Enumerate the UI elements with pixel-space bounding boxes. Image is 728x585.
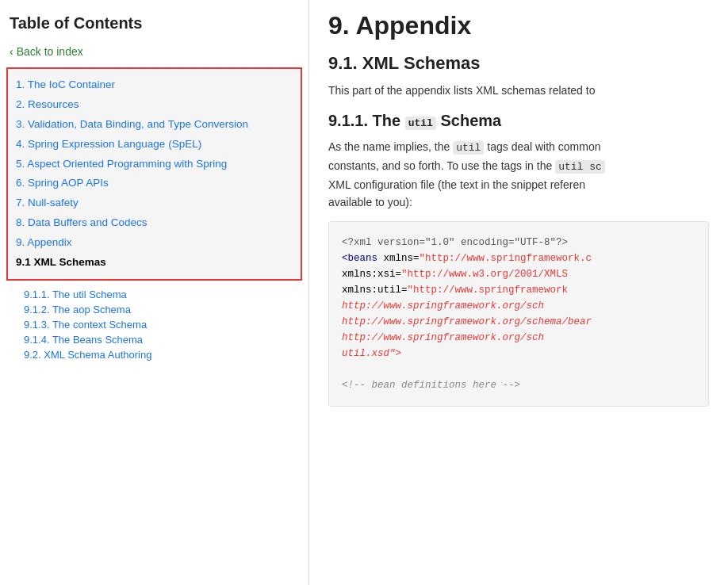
toc-item-9-1[interactable]: 9.1 XML Schemas <box>14 253 297 273</box>
code-line-10: <!-- bean definitions here --> <box>342 377 695 393</box>
section-9-1-text: This part of the appendix lists XML sche… <box>328 82 709 99</box>
toc-item-9-1-2[interactable]: 9.1.2. The aop Schema <box>22 302 308 317</box>
toc-item-1[interactable]: 1. The IoC Container <box>14 75 297 95</box>
toc-item-2[interactable]: 2. Resources <box>14 95 297 115</box>
toc-item-9-1-3[interactable]: 9.1.3. The context Schema <box>22 317 308 332</box>
toc-title: Table of Contents <box>0 8 308 42</box>
chevron-left-icon: ‹ <box>10 45 13 58</box>
code-line-3: xmlns:xsi="http://www.w3.org/2001/XMLS <box>342 266 695 282</box>
code-line-7: http://www.springframework.org/sch <box>342 330 695 346</box>
toc-box: 1. The IoC Container 2. Resources 3. Val… <box>6 67 302 281</box>
back-to-index-label: Back to index <box>17 45 83 58</box>
toc-item-9-1-4[interactable]: 9.1.4. The Beans Schema <box>22 332 308 347</box>
toc-item-3[interactable]: 3. Validation, Data Binding, and Type Co… <box>14 115 297 135</box>
toc-item-9[interactable]: 9. Appendix <box>14 233 297 253</box>
url-line-8: util.xsd"> <box>342 348 401 359</box>
toc-item-7[interactable]: 7. Null-safety <box>14 193 297 213</box>
beans-tag: <beans <box>342 253 377 264</box>
util-code-inline: util <box>405 117 436 130</box>
bean-comment: <!-- bean definitions here --> <box>342 380 520 391</box>
xml-decl: <?xml version="1.0" encoding="UTF-8"?> <box>342 237 568 248</box>
code-line-4: xmlns:util="http://www.springframework <box>342 282 695 298</box>
toc-item-9-1-1[interactable]: 9.1.1. The util Schema <box>22 287 308 302</box>
code-line-8: util.xsd"> <box>342 346 695 361</box>
toc-sub-list: 9.1.1. The util Schema 9.1.2. The aop Sc… <box>0 287 308 362</box>
section-9-1-1-title-suffix: Schema <box>436 112 501 129</box>
code-line-1: <?xml version="1.0" encoding="UTF-8"?> <box>342 235 695 250</box>
desc-text-3: constants, and so forth. To use the tags… <box>328 159 555 172</box>
toc-item-8[interactable]: 8. Data Buffers and Codecs <box>14 213 297 233</box>
code-line-9 <box>342 361 695 377</box>
desc-text-1: As the name implies, the <box>328 140 453 153</box>
section-9-1-1-desc: As the name implies, the util tags deal … <box>328 138 709 211</box>
xmlns-val: "http://www.springframework.c <box>420 253 592 264</box>
code-block: <?xml version="1.0" encoding="UTF-8"?> <… <box>328 221 709 407</box>
xsi-attr: xmlns:xsi= <box>342 269 401 280</box>
main-content: 9. Appendix 9.1. XML Schemas This part o… <box>309 0 728 585</box>
url-line-6: http://www.springframework.org/schema/be… <box>342 316 592 327</box>
url-line-5: http://www.springframework.org/sch <box>342 300 544 312</box>
toc-item-5[interactable]: 5. Aspect Oriented Programming with Spri… <box>14 155 297 174</box>
util-code-inline-2: util <box>453 141 484 155</box>
section-9-1-1-title: 9.1.1. The util Schema <box>328 112 709 130</box>
code-line-5: http://www.springframework.org/sch <box>342 298 695 314</box>
xmlns-attr: xmlns= <box>377 253 420 264</box>
sidebar: Table of Contents ‹ Back to index 1. The… <box>0 0 309 585</box>
toc-item-6[interactable]: 6. Spring AOP APIs <box>14 174 297 193</box>
url-line-7: http://www.springframework.org/sch <box>342 332 544 343</box>
desc-text-5: available to you): <box>328 196 412 208</box>
util-attr: xmlns:util= <box>342 285 408 296</box>
util-val: "http://www.springframework <box>408 285 569 296</box>
section-9-1-title: 9.1. XML Schemas <box>328 53 709 74</box>
page-title: 9. Appendix <box>328 11 709 40</box>
util-sc-code: util sc <box>555 160 605 174</box>
code-line-2: <beans xmlns="http://www.springframework… <box>342 250 695 266</box>
section-9-1-1-title-prefix: 9.1.1. The <box>328 112 405 129</box>
back-to-index-link[interactable]: ‹ Back to index <box>0 42 308 67</box>
xsi-val: "http://www.w3.org/2001/XMLS <box>401 269 568 280</box>
desc-text-4: XML configuration file (the text in the … <box>328 178 585 191</box>
code-line-6: http://www.springframework.org/schema/be… <box>342 314 695 330</box>
toc-item-9-2[interactable]: 9.2. XML Schema Authoring <box>22 347 308 362</box>
toc-item-4[interactable]: 4. Spring Expression Language (SpEL) <box>14 135 297 155</box>
desc-text-2: tags deal with common <box>484 140 600 153</box>
